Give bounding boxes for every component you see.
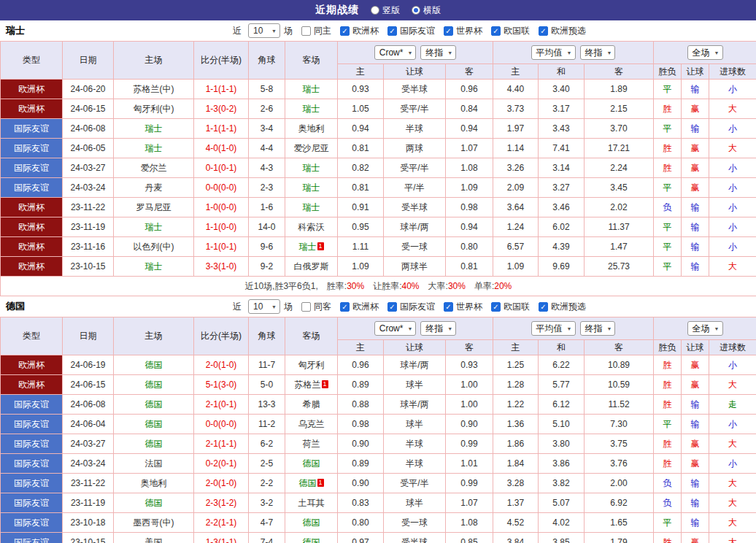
topbar: 近期战绩 竖版 横版 bbox=[0, 0, 756, 20]
bookmaker-final-select[interactable]: 终指▼ bbox=[420, 321, 456, 336]
away-team: 瑞士 bbox=[285, 99, 338, 119]
result-handicap: 输 bbox=[682, 474, 709, 493]
score: 2-2(1-1) bbox=[194, 513, 249, 533]
match-date: 24-03-24 bbox=[63, 178, 114, 198]
score: 1-3(0-2) bbox=[194, 99, 249, 119]
competition-filter-label: 国际友谊 bbox=[400, 25, 435, 37]
bookmaker-home-odds: 0.89 bbox=[338, 454, 384, 474]
home-team: 苏格兰(中) bbox=[114, 80, 194, 99]
corners: 13-3 bbox=[249, 395, 285, 415]
rounds-select[interactable]: 10▼ bbox=[248, 299, 280, 314]
games-label: 场 bbox=[284, 301, 293, 313]
competition-filter-checkbox[interactable]: ✓ bbox=[539, 26, 548, 36]
same-venue-checkbox[interactable] bbox=[301, 302, 311, 312]
corners: 4-7 bbox=[249, 513, 285, 533]
bookmaker-handicap: 受平/半 bbox=[384, 474, 446, 493]
bookmaker-away-odds: 0.84 bbox=[446, 99, 493, 119]
home-team: 丹麦 bbox=[114, 178, 194, 198]
average-final-select[interactable]: 终指▼ bbox=[580, 45, 616, 60]
competition-filter-checkbox[interactable]: ✓ bbox=[444, 302, 453, 312]
home-team: 法国 bbox=[114, 454, 194, 474]
bookmaker-away-odds: 0.99 bbox=[446, 474, 493, 493]
bookmaker-handicap: 半球 bbox=[384, 434, 446, 454]
corners: 9-6 bbox=[249, 237, 285, 257]
full-match-select[interactable]: 全场▼ bbox=[687, 321, 723, 336]
average-select[interactable]: 平均值▼ bbox=[531, 45, 576, 60]
team-name: 德国 bbox=[0, 300, 66, 313]
away-team: 瑞士 bbox=[285, 80, 338, 99]
chevron-down-icon: ▼ bbox=[271, 304, 277, 309]
result-outcome: 胜 bbox=[654, 395, 682, 415]
result-handicap: 赢 bbox=[682, 454, 709, 474]
competition-badge: 欧洲杯 bbox=[1, 99, 63, 119]
home-team: 奥地利 bbox=[114, 474, 194, 493]
result-outcome: 胜 bbox=[654, 355, 682, 375]
away-team: 瑞士1 bbox=[285, 237, 338, 257]
filter-bar: 瑞士近10▼场同主✓欧洲杯✓国际友谊✓世界杯✓欧国联✓欧洲预选 bbox=[0, 20, 756, 41]
layout-radio-horizontal[interactable]: 横版 bbox=[412, 4, 441, 17]
bookmaker-select[interactable]: Crow*▼ bbox=[374, 45, 417, 60]
match-date: 24-06-08 bbox=[63, 395, 114, 415]
away-team: 土耳其 bbox=[285, 493, 338, 513]
away-team: 希腊 bbox=[285, 395, 338, 415]
competition-badge: 欧洲杯 bbox=[1, 198, 63, 217]
match-date: 24-06-20 bbox=[63, 80, 114, 99]
home-team: 德国 bbox=[114, 395, 194, 415]
result-handicap: 输 bbox=[682, 80, 709, 99]
competition-filter-checkbox[interactable]: ✓ bbox=[491, 26, 501, 36]
avg-home-odds: 4.40 bbox=[493, 80, 539, 99]
competition-filter-checkbox[interactable]: ✓ bbox=[539, 302, 548, 312]
result-handicap: 赢 bbox=[682, 139, 709, 158]
avg-home-odds: 1.36 bbox=[493, 415, 539, 434]
home-team: 德国 bbox=[114, 375, 194, 395]
competition-badge: 国际友谊 bbox=[1, 474, 63, 493]
bookmaker-away-odds: 0.80 bbox=[446, 237, 493, 257]
match-row: 欧洲杯24-06-15匈牙利(中)1-3(0-2)2-6瑞士1.05受平/半0.… bbox=[1, 99, 756, 119]
match-row: 国际友谊24-03-24丹麦0-0(0-0)2-3瑞士0.81平/半1.092.… bbox=[1, 178, 756, 198]
same-venue-checkbox[interactable] bbox=[301, 26, 311, 36]
red-card-icon: 1 bbox=[317, 242, 324, 250]
rounds-select[interactable]: 10▼ bbox=[248, 23, 280, 38]
result-outcome: 平 bbox=[654, 257, 682, 277]
bookmaker-select[interactable]: Crow*▼ bbox=[374, 321, 417, 336]
match-row: 国际友谊24-03-27德国2-1(1-1)6-2荷兰0.90半球0.991.8… bbox=[1, 434, 756, 454]
result-goals: 大 bbox=[709, 99, 756, 119]
competition-filter-label: 欧洲杯 bbox=[352, 25, 379, 37]
competition-filter-checkbox[interactable]: ✓ bbox=[387, 26, 397, 36]
average-final-select[interactable]: 终指▼ bbox=[580, 321, 616, 336]
competition-badge: 国际友谊 bbox=[1, 139, 63, 158]
competition-filter-checkbox[interactable]: ✓ bbox=[340, 302, 350, 312]
bookmaker-handicap: 平/半 bbox=[384, 178, 446, 198]
chevron-down-icon: ▼ bbox=[407, 50, 412, 55]
summary-row: 近10场,胜3平6负1,胜率:30%让胜率:40%大率:30%单率:20% bbox=[1, 277, 756, 296]
competition-filter-checkbox[interactable]: ✓ bbox=[444, 26, 453, 36]
away-team: 瑞士 bbox=[285, 178, 338, 198]
bookmaker-home-odds: 1.11 bbox=[338, 237, 384, 257]
away-team: 科索沃 bbox=[285, 217, 338, 237]
layout-radio-vertical[interactable]: 竖版 bbox=[371, 4, 400, 17]
bookmaker-away-odds: 1.07 bbox=[446, 139, 493, 158]
bookmaker-handicap: 半球 bbox=[384, 119, 446, 139]
bookmaker-away-odds: 0.93 bbox=[446, 355, 493, 375]
bookmaker-handicap: 半球 bbox=[384, 454, 446, 474]
result-handicap: 输 bbox=[682, 198, 709, 217]
average-select[interactable]: 平均值▼ bbox=[531, 321, 576, 336]
bookmaker-home-odds: 0.88 bbox=[338, 395, 384, 415]
avg-draw-odds: 3.14 bbox=[539, 158, 585, 178]
bookmaker-home-odds: 0.95 bbox=[338, 217, 384, 237]
score: 2-3(1-2) bbox=[194, 493, 249, 513]
avg-draw-odds: 4.39 bbox=[539, 237, 585, 257]
competition-filter-checkbox[interactable]: ✓ bbox=[387, 302, 397, 312]
match-row: 欧洲杯23-10-15瑞士3-3(1-0)9-2白俄罗斯1.09两球半0.811… bbox=[1, 257, 756, 277]
competition-filter-checkbox[interactable]: ✓ bbox=[491, 302, 501, 312]
score: 2-0(1-0) bbox=[194, 355, 249, 375]
bookmaker-final-select[interactable]: 终指▼ bbox=[420, 45, 456, 60]
summary-cell: 近10场,胜3平6负1,胜率:30%让胜率:40%大率:30%单率:20% bbox=[1, 277, 756, 296]
sub-column-header: 进球数 bbox=[709, 340, 756, 355]
result-outcome: 平 bbox=[654, 217, 682, 237]
competition-filter-checkbox[interactable]: ✓ bbox=[340, 26, 350, 36]
home-team: 美国 bbox=[114, 533, 194, 543]
avg-away-odds: 17.21 bbox=[585, 139, 654, 158]
full-match-select[interactable]: 全场▼ bbox=[687, 45, 723, 60]
avg-away-odds: 10.59 bbox=[585, 375, 654, 395]
